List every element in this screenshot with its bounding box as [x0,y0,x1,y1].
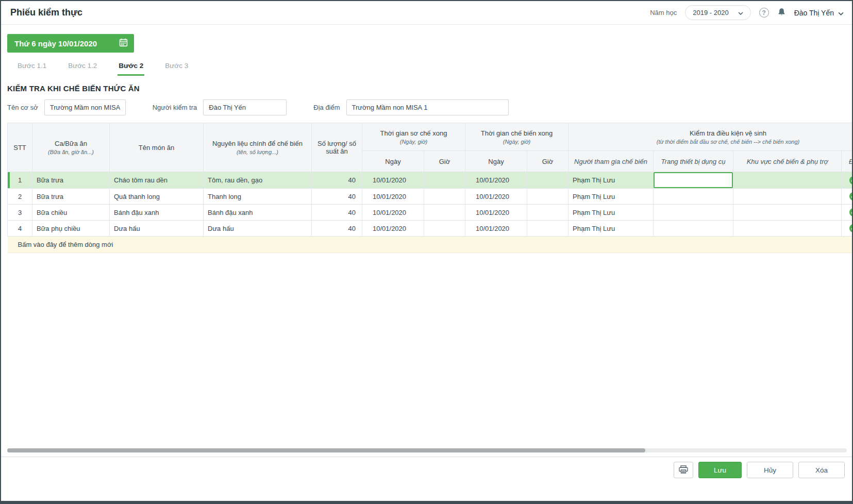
col-group-thoi-gian-so-che: Thời gian sơ chế xong (Ngày, giờ) [362,123,465,151]
col-header-ten-mon-an: Tên món ăn [110,123,204,172]
delete-button[interactable]: Xóa [798,462,845,478]
cell-ca[interactable]: Bữa trưa [32,189,110,205]
cell-clipped[interactable] [842,205,852,221]
cell-lieu[interactable]: Tôm, rau dền, gạo [204,172,312,189]
cell-trang-thiet-bi[interactable] [654,189,733,205]
col-header-ca-bua-an: Ca/Bữa ăn (Bữa ăn, giờ ăn...) [32,123,110,172]
cell-lieu[interactable]: Bánh đậu xanh [204,205,312,221]
cell-so-luong[interactable]: 40 [312,172,362,189]
location-group: Địa điểm [313,99,508,115]
bottom-action-bar: Lưu Hủy Xóa [1,457,852,501]
cell-clipped[interactable] [842,172,852,189]
step-tabs: Bước 1.1 Bước 1.2 Bước 2 Bước 3 [16,58,852,76]
topbar-right: Năm học 2019 - 2020 ? Đào Thị Yến [650,5,844,20]
cell-gio-so-che[interactable] [424,205,465,221]
location-input[interactable] [346,99,509,115]
school-year-label: Năm học [650,9,677,16]
cell-so-luong[interactable]: 40 [312,189,362,205]
col-header-clipped: Đ [842,151,852,172]
notification-button[interactable] [777,8,786,18]
cell-clipped[interactable] [842,189,852,205]
page-title: Phiếu kiểm thực [10,7,82,18]
cell-khu-vuc[interactable] [733,205,842,221]
facility-input[interactable] [44,99,126,115]
cell-ngay-so-che[interactable]: 10/01/2020 [362,189,424,205]
table-row[interactable]: 1 Bữa trưa Cháo tôm rau dền Tôm, rau dền… [8,172,852,189]
cell-nguoi-tham-gia[interactable]: Phạm Thị Lưu [568,189,654,205]
cell-gio-so-che[interactable] [424,221,465,237]
cell-mon[interactable]: Dưa hấu [110,221,204,237]
cell-mon[interactable]: Bánh đậu xanh [110,205,204,221]
cell-lieu[interactable]: Thanh long [204,189,312,205]
horizontal-scrollbar-thumb[interactable] [7,448,645,452]
cell-trang-thiet-bi[interactable] [654,205,733,221]
col-header-ngay-che-bien: Ngày [465,151,527,172]
cell-mon[interactable]: Quả thanh long [110,189,204,205]
col-header-nguoi-tham-gia: Người tham gia chế biến [568,151,654,172]
cell-clipped[interactable] [842,221,852,237]
location-label: Địa điểm [313,104,340,111]
cell-trang-thiet-bi [654,172,733,189]
cell-mon[interactable]: Cháo tôm rau dền [110,172,204,189]
school-year-select[interactable]: 2019 - 2020 [685,5,750,20]
trang-thiet-bi-input[interactable] [654,172,733,188]
tab-buoc-3[interactable]: Bước 3 [164,58,189,76]
table-row[interactable]: 2 Bữa trưa Quả thanh long Thanh long 40 … [8,189,852,205]
date-picker-button[interactable]: Thứ 6 ngày 10/01/2020 [7,34,134,53]
cancel-button[interactable]: Hủy [747,462,793,478]
printer-icon [679,465,688,475]
table-region: STT Ca/Bữa ăn (Bữa ăn, giờ ăn...) Tên mó… [7,123,852,457]
col-header-gio-so-che: Giờ [424,151,465,172]
cell-ngay-so-che[interactable]: 10/01/2020 [362,221,424,237]
cell-ngay-so-che[interactable]: 10/01/2020 [362,172,424,189]
cell-gio-che-bien[interactable] [527,221,568,237]
horizontal-scrollbar[interactable] [7,448,847,452]
cell-nguoi-tham-gia[interactable]: Phạm Thị Lưu [568,205,654,221]
check-icon [849,224,852,233]
tab-buoc-1-2[interactable]: Bước 1.2 [67,58,98,76]
cell-khu-vuc[interactable] [733,221,842,237]
cell-so-luong[interactable]: 40 [312,221,362,237]
cell-ngay-che-bien[interactable]: 10/01/2020 [465,172,527,189]
tab-buoc-2[interactable]: Bước 2 [118,58,144,76]
cell-gio-so-che[interactable] [424,189,465,205]
school-year-value: 2019 - 2020 [693,9,728,16]
chevron-down-icon [738,9,743,16]
cell-gio-so-che[interactable] [424,172,465,189]
cell-gio-che-bien[interactable] [527,205,568,221]
col-header-gio-che-bien: Giờ [527,151,568,172]
add-new-row[interactable]: Bấm vào đây để thêm dòng mới [8,237,852,253]
cell-gio-che-bien[interactable] [527,189,568,205]
cell-ngay-che-bien[interactable]: 10/01/2020 [465,205,527,221]
app-window: Phiếu kiểm thực Năm học 2019 - 2020 ? Đà… [0,0,853,504]
user-name: Đào Thị Yến [794,9,834,17]
table-row[interactable]: 3 Bữa chiều Bánh đậu xanh Bánh đậu xanh … [8,205,852,221]
cell-lieu[interactable]: Dưa hấu [204,221,312,237]
cell-nguoi-tham-gia[interactable]: Phạm Thị Lưu [568,172,654,189]
cell-ca[interactable]: Bữa chiều [32,205,110,221]
cell-so-luong[interactable]: 40 [312,205,362,221]
help-button[interactable]: ? [759,8,769,18]
cell-khu-vuc[interactable] [733,172,842,189]
cell-trang-thiet-bi[interactable] [654,221,733,237]
inspector-input[interactable] [203,99,287,115]
save-button[interactable]: Lưu [698,462,742,478]
tab-buoc-1-1[interactable]: Bước 1.1 [16,58,47,76]
cell-khu-vuc[interactable] [733,189,842,205]
col-header-khu-vuc: Khu vực chế biến & phụ trợ [733,151,842,172]
table-row[interactable]: 4 Bữa phụ chiều Dưa hấu Dưa hấu 40 10/01… [8,221,852,237]
cell-ngay-che-bien[interactable]: 10/01/2020 [465,189,527,205]
cell-nguoi-tham-gia[interactable]: Phạm Thị Lưu [568,221,654,237]
user-menu[interactable]: Đào Thị Yến [794,8,844,18]
col-header-nguyen-lieu: Nguyên liệu chính để chế biến (tên, số l… [204,123,312,172]
cell-ca[interactable]: Bữa trưa [32,172,110,189]
add-new-row-label[interactable]: Bấm vào đây để thêm dòng mới [8,237,852,253]
col-group-thoi-gian-che-bien: Thời gian chế biến xong (Ngày, giờ) [465,123,568,151]
cell-gio-che-bien[interactable] [527,172,568,189]
section-title: KIỂM TRA KHI CHẾ BIẾN THỨC ĂN [7,84,852,93]
facility-label: Tên cơ sở [7,104,38,111]
print-button[interactable] [674,462,693,478]
cell-ngay-che-bien[interactable]: 10/01/2020 [465,221,527,237]
cell-ca[interactable]: Bữa phụ chiều [32,221,110,237]
cell-ngay-so-che[interactable]: 10/01/2020 [362,205,424,221]
